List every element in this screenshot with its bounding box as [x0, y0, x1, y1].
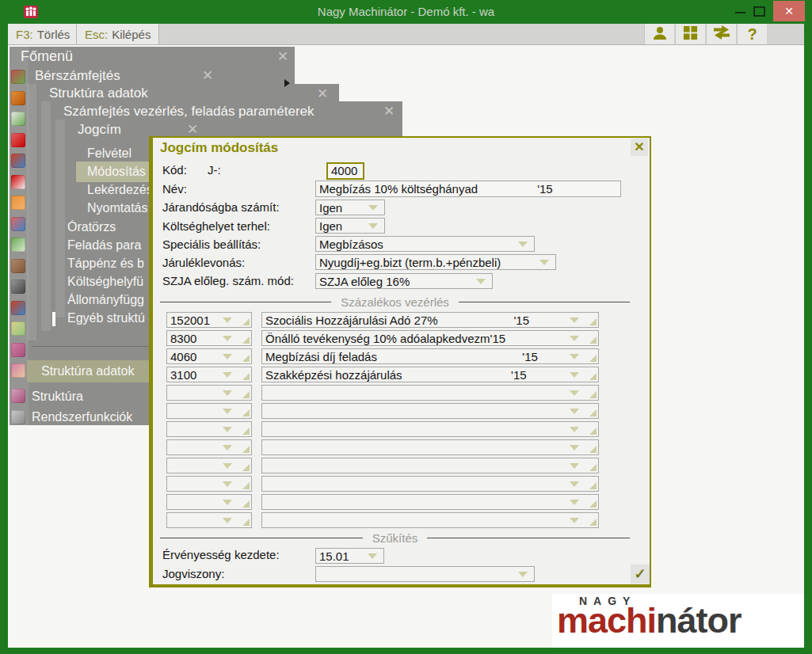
menu-item-tappenz[interactable]: Táppénz és b — [67, 257, 150, 271]
percent-code-combo[interactable] — [166, 458, 252, 473]
percent-name-combo[interactable] — [261, 458, 599, 473]
menu-item-oratorzs[interactable]: Óratörzs — [67, 220, 150, 234]
percent-name-combo[interactable] — [261, 385, 599, 401]
corner-grip-icon — [242, 482, 250, 489]
szja-dropdown[interactable]: SZJA előleg 16% — [315, 273, 493, 289]
percent-code-combo[interactable] — [166, 512, 252, 528]
folder-icon — [11, 196, 25, 210]
chevron-down-icon — [368, 223, 378, 229]
transfer-button[interactable] — [706, 24, 736, 44]
percent-row: 8300 Önálló tevékenység 10% adóalapkedve… — [0, 330, 812, 346]
corner-grip-icon — [589, 464, 597, 471]
percent-name-combo[interactable] — [261, 403, 599, 419]
koltseghely-dropdown[interactable]: Igen — [315, 218, 385, 234]
jogviszony-dropdown[interactable] — [315, 566, 535, 582]
close-icon[interactable]: ✕ — [277, 50, 288, 63]
chevron-down-icon — [570, 390, 579, 396]
exit-button[interactable]: Esc: Kilépés — [77, 24, 159, 44]
close-icon[interactable]: ✕ — [202, 69, 213, 82]
menu-title-szamfejtes-vezerles: Számfejtés vezérlés, feladás paraméterek — [63, 104, 315, 120]
specialis-dropdown[interactable]: Megbízásos — [315, 236, 535, 252]
chevron-down-icon — [570, 409, 579, 414]
maximize-button[interactable] — [753, 6, 765, 17]
help-button[interactable]: ? — [737, 24, 767, 44]
user-button[interactable] — [644, 24, 674, 44]
specialis-label: Speciális beállítás: — [162, 238, 261, 251]
percent-name-combo[interactable] — [261, 439, 599, 455]
percent-name-combo[interactable]: Önálló tevékenység 10% adóalapkedvezm'15 — [261, 330, 599, 346]
menu-item-nyomtatas[interactable]: Nyomtatás — [87, 201, 149, 215]
menu-item-modositas[interactable]: Módosítás — [87, 165, 149, 179]
menu-divider — [32, 346, 149, 347]
ok-button[interactable]: ✓ — [631, 565, 650, 584]
titlebar: Nagy Machinátor - Demó kft. - wa ✕ — [0, 0, 812, 24]
grid-icon — [683, 25, 698, 44]
close-button[interactable]: ✕ — [773, 1, 805, 21]
modules-button[interactable] — [675, 24, 705, 44]
percent-code-combo[interactable] — [166, 494, 252, 510]
clipboard-icon — [11, 175, 25, 189]
percent-code-combo[interactable] — [166, 385, 252, 401]
percent-code-combo[interactable]: 8300 — [166, 330, 252, 346]
corner-grip-icon — [589, 318, 597, 325]
percent-row — [0, 512, 812, 528]
close-icon[interactable]: ✕ — [187, 123, 198, 136]
chevron-down-icon — [570, 372, 579, 378]
percent-code-combo[interactable] — [166, 403, 252, 419]
basket-icon — [11, 70, 25, 84]
corner-grip-icon — [589, 446, 597, 453]
dialog-close-icon[interactable]: ✕ — [631, 139, 648, 156]
chevron-down-icon — [570, 500, 579, 505]
close-icon[interactable]: ✕ — [317, 87, 328, 101]
jarandosag-dropdown[interactable]: Igen — [315, 200, 385, 215]
delete-button[interactable]: F3: Törlés — [8, 24, 77, 44]
percent-code-combo[interactable]: 152001 — [166, 312, 252, 328]
percent-row — [0, 385, 812, 401]
menu-item-allomanyfuggo[interactable]: Állományfügg — [67, 293, 150, 307]
cube-icon — [11, 389, 25, 403]
dialog-title: Jogcím módosítás — [160, 140, 278, 156]
percent-name-combo[interactable]: Szociális Hozzájárulási Adó 27% '15 — [261, 312, 599, 328]
percent-code-combo[interactable] — [166, 421, 252, 437]
chevron-down-icon — [223, 317, 232, 323]
percent-name-combo[interactable] — [261, 494, 599, 510]
section-szukites: Szűkítés — [160, 531, 630, 545]
ervenyesseg-dropdown[interactable]: 15.01 — [315, 548, 384, 564]
percent-code-combo[interactable] — [166, 476, 252, 492]
menu-item-lekerdezes[interactable]: Lekérdezés — [87, 183, 149, 197]
brand-logo: NAGY machinátor — [552, 594, 804, 648]
chevron-down-icon — [570, 427, 579, 432]
ervenyesseg-label: Érvényesség kezdete: — [162, 548, 280, 561]
nev-input[interactable]: Megbízás 10% költséghányad '15 — [315, 181, 621, 197]
percent-name-combo[interactable]: Megbízási díj feladás '15 — [261, 348, 599, 364]
map-icon — [11, 321, 25, 336]
percent-row — [0, 458, 812, 473]
percent-name-combo[interactable] — [261, 512, 599, 528]
corner-grip-icon — [589, 373, 597, 380]
szja-label: SZJA előleg. szám. mód: — [162, 274, 294, 287]
percent-code-combo[interactable]: 3100 — [166, 367, 252, 382]
chevron-down-icon — [476, 279, 486, 284]
chevron-down-icon — [539, 260, 549, 265]
percent-name-combo[interactable]: Szakképzési hozzájárulás '15 — [261, 367, 599, 382]
percent-code-combo[interactable]: 4060 — [166, 348, 252, 364]
close-icon[interactable]: ✕ — [383, 105, 395, 118]
candy-icon — [11, 133, 25, 147]
keyboard-icon — [11, 279, 25, 294]
jarulek-dropdown[interactable]: Nyugdíj+eg.bizt (term.b.+pénzbeli) — [315, 254, 556, 270]
percent-row — [0, 421, 812, 437]
menu-item-felvetel[interactable]: Felvétel — [87, 146, 149, 161]
percent-name-combo[interactable] — [261, 476, 599, 492]
minimize-button[interactable] — [735, 12, 745, 13]
percent-code-combo[interactable] — [166, 439, 252, 455]
menu-item-koltseghelyfuggo[interactable]: Költséghelyfü — [67, 275, 150, 289]
app-window: Nagy Machinátor - Demó kft. - wa ✕ F3: T… — [0, 0, 812, 654]
menu-title-struktura-adatok: Struktúra adatok — [49, 86, 148, 101]
chevron-down-icon — [570, 518, 579, 523]
chevron-down-icon — [368, 205, 378, 211]
percent-name-combo[interactable] — [261, 421, 599, 437]
people-icon — [11, 343, 25, 357]
kod-input[interactable]: 4000 — [326, 162, 364, 180]
menu-item-feladas-parameterek[interactable]: Feladás para — [67, 238, 150, 253]
corner-grip-icon — [242, 428, 250, 435]
